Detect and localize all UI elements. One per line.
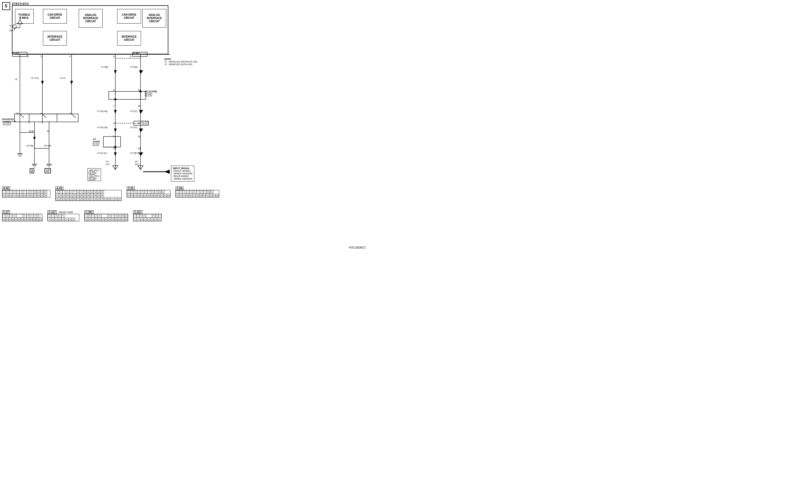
connector-c127: C-127 FRONT SIDE 1 2 3 4 5 9 10 11 12 13… [47,210,79,221]
can-drive-circuit-2-box: CAN DRIVECIRCUIT [117,9,141,24]
pin: 23 [33,194,37,197]
pin: 5 [66,190,69,194]
pin: 21 [157,194,160,197]
pin: 10 [2,218,6,221]
ground-num-2: 2 [30,168,34,173]
pin: 5 [152,214,155,218]
pin: 48 [114,197,118,201]
pin: 3 [59,190,63,194]
pin: 23 [76,194,80,197]
pin: 19 [108,218,111,221]
can-drive-2-label: CAN DRIVECIRCUIT [122,13,136,20]
pin: 8 [151,190,154,194]
analog-interface-1-box: ANALOGINTERFACECIRCUIT [79,9,103,28]
c04-pins: 1 2 3 4 5 6 7 8 9 10 11 12 13 14 15 [175,190,219,197]
c317-label: C-317 [13,52,19,55]
pin20a-label: 20 [138,105,140,107]
a03-row1: 2 3 4 5 6 7 8 9 10 11 12 13 14 15 [56,190,121,194]
pin: 29 [97,194,100,197]
pin: 10 [51,218,55,221]
pin: 12 [40,190,44,194]
pin: 43 [97,197,100,201]
interface-circuit-1-box: INTERFACECIRCUIT [43,31,67,46]
pin: 5 [61,214,65,218]
pin: 3 [9,214,13,218]
pin19a-label: 19 [138,89,140,91]
c127-pins: 1 2 3 4 5 9 10 11 12 13 14 15 16 [47,214,79,221]
c317-row1: 1 2 3 4 5 6 7 [133,214,161,218]
pin: 6 [155,214,158,218]
pin: 13 [88,218,91,221]
trb-label: <T>(R-B) [130,152,140,154]
pin: 13 [130,194,134,197]
r-wire-label: R [15,78,17,81]
pin: 2 [136,214,140,218]
pin: 20 [153,194,157,197]
bottom-section: A-02 1 2 3 4 5 6 7 8 9 10 11 12 13 14 15… [0,185,371,202]
pin: 21 [69,194,73,197]
pin: 2 [6,190,9,194]
pin: 3 [140,214,143,218]
pin: 19 [63,194,66,197]
c127-connector-label: C-127 [47,210,57,214]
pin: 16 [140,194,144,197]
pin: 9 [80,190,83,194]
pin: 8 [114,214,118,218]
tyg-wire-label: <T>Y-G [30,77,39,79]
connector-c37: C-37 1 2 3 4 5 6 7 8 9 10 11 12 [2,210,42,221]
svg-rect-19 [109,91,146,99]
pin: 15 [186,194,189,197]
pin: 24 [80,194,83,197]
a03-pins: 2 3 4 5 6 7 8 9 10 11 12 13 14 15 17 [55,190,122,201]
pin: 3 [134,190,137,194]
pin: 20 [23,194,26,197]
c301-row1: 1 2 3 4 5 6 7 8 9 10 11 [85,214,128,218]
pin: 15 [68,218,72,221]
diagram-container: 5 ETACS-ECU FUSIBLELINK③ CAN DRIVECIRCUI… [0,0,371,252]
pin: 16 [98,218,101,221]
svg-marker-25 [139,110,143,114]
pin: 18 [59,194,63,197]
pin: 21 [36,218,39,221]
can-drive-circuit-1-box: CAN DRIVECIRCUIT [43,9,67,24]
pin: 4 [186,190,189,194]
svg-marker-59 [164,170,170,174]
svg-rect-30 [103,136,121,147]
pin: 41 [90,197,94,201]
pin: 12 [176,194,179,197]
c317-connector-label: C-317 [133,210,142,214]
c301-pins: 1 2 3 4 5 6 7 8 9 10 11 12 13 14 [84,214,128,221]
pin6b-label: 6 [41,112,42,115]
connector-c317: C-317 1 2 3 4 5 6 7 8 9 10 11 12 [133,210,162,221]
pin: 11 [144,218,147,221]
pin: 10 [121,214,125,218]
svg-marker-17 [114,70,117,74]
pin: 42 [94,197,97,201]
pin: 13 [61,218,65,221]
pin16b-label: 16 [138,135,140,138]
pin: 26 [44,194,47,197]
a02-label: A-02 [89,172,95,175]
pin20b-label: 20 [138,122,140,125]
svg-marker-29 [139,129,143,132]
pin9-label: 9 [113,55,114,58]
pin: 21 [114,218,118,221]
can-drive-1-label: CAN DRIVECIRCUIT [47,13,62,20]
pin: 19 [20,194,23,197]
pin: 15 [6,194,9,197]
pin: 22 [160,194,163,197]
pin7-label: 7 [113,105,114,107]
c04-label-inline: C-04 [145,93,152,96]
pin: 3 [91,214,95,218]
c301-connector-label: C-301 [84,210,94,214]
fusible-link-label: FUSIBLELINK③ [19,13,30,20]
pin: 10 [207,190,210,194]
c01-label-inline: C-01 [93,143,99,145]
b-label: B [47,130,49,132]
pin14-label: 14 [69,112,72,115]
svg-marker-16 [70,81,73,85]
pin: 5 [23,214,26,218]
pin: 25 [40,194,44,197]
analog-interface-1-label: ANALOGINTERFACECIRCUIT [83,14,98,23]
pin: 5 [98,214,101,218]
